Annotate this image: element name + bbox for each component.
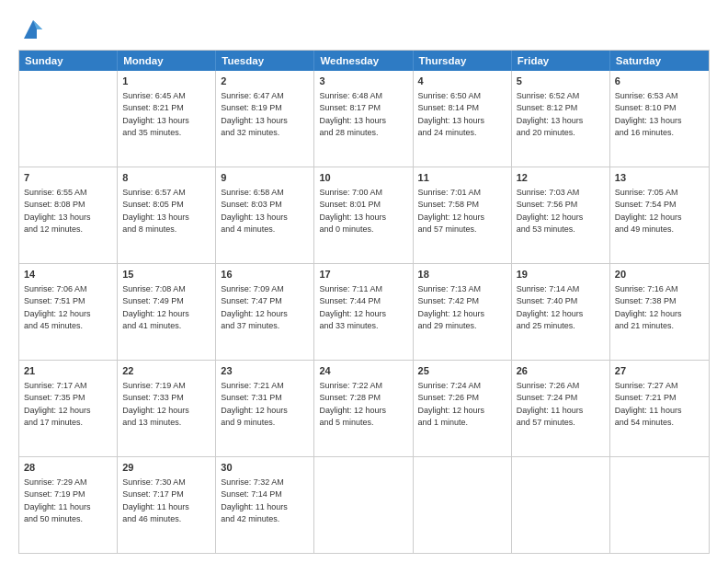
day-number: 21 (24, 364, 112, 379)
cell-info: Sunrise: 7:24 AMSunset: 7:26 PMDaylight:… (418, 380, 506, 430)
logo (18, 18, 46, 42)
day-number: 11 (418, 171, 506, 186)
cell-info: Sunrise: 7:19 AMSunset: 7:33 PMDaylight:… (122, 380, 210, 430)
calendar-body: 1Sunrise: 6:45 AMSunset: 8:21 PMDaylight… (19, 71, 709, 553)
cell-info: Sunrise: 7:32 AMSunset: 7:14 PMDaylight:… (221, 477, 309, 526)
calendar-cell: 4Sunrise: 6:50 AMSunset: 8:14 PMDaylight… (414, 71, 512, 167)
cell-info: Sunrise: 7:05 AMSunset: 7:54 PMDaylight:… (615, 187, 704, 236)
day-number: 18 (418, 268, 506, 282)
cell-info: Sunrise: 6:52 AMSunset: 8:12 PMDaylight:… (517, 90, 605, 140)
calendar-cell: 19Sunrise: 7:14 AMSunset: 7:40 PMDayligh… (512, 264, 610, 360)
calendar-cell (414, 457, 512, 553)
cell-info: Sunrise: 7:06 AMSunset: 7:51 PMDaylight:… (24, 283, 112, 333)
cell-info: Sunrise: 7:08 AMSunset: 7:49 PMDaylight:… (122, 283, 210, 333)
calendar-cell: 14Sunrise: 7:06 AMSunset: 7:51 PMDayligh… (19, 264, 118, 360)
cell-info: Sunrise: 7:09 AMSunset: 7:47 PMDaylight:… (221, 283, 309, 333)
cell-info: Sunrise: 7:14 AMSunset: 7:40 PMDaylight:… (517, 283, 605, 333)
logo-icon (20, 17, 46, 42)
day-number: 27 (615, 364, 704, 379)
calendar-cell: 10Sunrise: 7:00 AMSunset: 8:01 PMDayligh… (314, 167, 413, 263)
calendar-cell: 7Sunrise: 6:55 AMSunset: 8:08 PMDaylight… (19, 167, 118, 263)
calendar-cell: 24Sunrise: 7:22 AMSunset: 7:28 PMDayligh… (314, 361, 413, 456)
calendar-cell (314, 457, 413, 553)
page: SundayMondayTuesdayWednesdayThursdayFrid… (0, 0, 728, 563)
day-number: 19 (517, 268, 605, 282)
cell-info: Sunrise: 7:03 AMSunset: 7:56 PMDaylight:… (517, 187, 605, 236)
cell-info: Sunrise: 7:30 AMSunset: 7:17 PMDaylight:… (122, 477, 210, 526)
calendar-week: 14Sunrise: 7:06 AMSunset: 7:51 PMDayligh… (19, 264, 709, 361)
cell-info: Sunrise: 7:01 AMSunset: 7:58 PMDaylight:… (418, 187, 506, 236)
cell-info: Sunrise: 7:26 AMSunset: 7:24 PMDaylight:… (517, 380, 605, 430)
day-number: 3 (319, 75, 407, 89)
calendar-cell: 18Sunrise: 7:13 AMSunset: 7:42 PMDayligh… (414, 264, 512, 360)
day-number: 15 (122, 268, 210, 282)
day-number: 1 (122, 75, 210, 89)
day-number: 23 (221, 364, 309, 379)
calendar-week: 1Sunrise: 6:45 AMSunset: 8:21 PMDaylight… (19, 71, 709, 167)
calendar-cell (610, 457, 709, 553)
calendar-cell: 1Sunrise: 6:45 AMSunset: 8:21 PMDaylight… (118, 71, 216, 167)
calendar-cell: 15Sunrise: 7:08 AMSunset: 7:49 PMDayligh… (118, 264, 216, 360)
day-number: 24 (319, 364, 407, 379)
calendar-cell: 2Sunrise: 6:47 AMSunset: 8:19 PMDaylight… (216, 71, 314, 167)
cell-info: Sunrise: 7:27 AMSunset: 7:21 PMDaylight:… (615, 380, 704, 430)
day-number: 6 (615, 75, 704, 89)
calendar-cell (19, 71, 118, 167)
day-number: 26 (517, 364, 605, 379)
calendar-cell: 20Sunrise: 7:16 AMSunset: 7:38 PMDayligh… (610, 264, 709, 360)
cell-info: Sunrise: 7:29 AMSunset: 7:19 PMDaylight:… (24, 477, 112, 526)
day-number: 9 (221, 171, 309, 186)
day-number: 7 (24, 171, 112, 186)
calendar-cell: 28Sunrise: 7:29 AMSunset: 7:19 PMDayligh… (19, 457, 118, 553)
cell-info: Sunrise: 6:55 AMSunset: 8:08 PMDaylight:… (24, 187, 112, 236)
cell-info: Sunrise: 6:45 AMSunset: 8:21 PMDaylight:… (122, 90, 210, 140)
calendar-week: 28Sunrise: 7:29 AMSunset: 7:19 PMDayligh… (19, 457, 709, 553)
calendar-cell: 12Sunrise: 7:03 AMSunset: 7:56 PMDayligh… (512, 167, 610, 263)
day-number: 13 (615, 171, 704, 186)
cell-info: Sunrise: 7:00 AMSunset: 8:01 PMDaylight:… (319, 187, 407, 236)
day-number: 30 (221, 461, 309, 476)
day-number: 8 (122, 171, 210, 186)
calendar-cell: 26Sunrise: 7:26 AMSunset: 7:24 PMDayligh… (512, 361, 610, 456)
day-number: 4 (418, 75, 506, 89)
day-number: 12 (517, 171, 605, 186)
calendar-header-day: Monday (118, 51, 216, 71)
cell-info: Sunrise: 7:16 AMSunset: 7:38 PMDaylight:… (615, 283, 704, 333)
cell-info: Sunrise: 6:57 AMSunset: 8:05 PMDaylight:… (122, 187, 210, 236)
calendar-week: 7Sunrise: 6:55 AMSunset: 8:08 PMDaylight… (19, 167, 709, 264)
day-number: 17 (319, 268, 407, 282)
day-number: 22 (122, 364, 210, 379)
day-number: 14 (24, 268, 112, 282)
day-number: 2 (221, 75, 309, 89)
calendar-cell: 29Sunrise: 7:30 AMSunset: 7:17 PMDayligh… (118, 457, 216, 553)
calendar-header-day: Wednesday (314, 51, 413, 71)
cell-info: Sunrise: 7:17 AMSunset: 7:35 PMDaylight:… (24, 380, 112, 430)
calendar-cell (512, 457, 610, 553)
calendar-cell: 22Sunrise: 7:19 AMSunset: 7:33 PMDayligh… (118, 361, 216, 456)
cell-info: Sunrise: 6:48 AMSunset: 8:17 PMDaylight:… (319, 90, 407, 140)
day-number: 16 (221, 268, 309, 282)
calendar-header-day: Thursday (414, 51, 512, 71)
cell-info: Sunrise: 7:21 AMSunset: 7:31 PMDaylight:… (221, 380, 309, 430)
calendar-week: 21Sunrise: 7:17 AMSunset: 7:35 PMDayligh… (19, 361, 709, 457)
calendar-cell: 6Sunrise: 6:53 AMSunset: 8:10 PMDaylight… (610, 71, 709, 167)
day-number: 28 (24, 461, 112, 476)
calendar: SundayMondayTuesdayWednesdayThursdayFrid… (18, 50, 710, 554)
calendar-cell: 11Sunrise: 7:01 AMSunset: 7:58 PMDayligh… (414, 167, 512, 263)
cell-info: Sunrise: 6:53 AMSunset: 8:10 PMDaylight:… (615, 90, 704, 140)
calendar-cell: 9Sunrise: 6:58 AMSunset: 8:03 PMDaylight… (216, 167, 314, 263)
cell-info: Sunrise: 6:58 AMSunset: 8:03 PMDaylight:… (221, 187, 309, 236)
cell-info: Sunrise: 6:47 AMSunset: 8:19 PMDaylight:… (221, 90, 309, 140)
calendar-cell: 17Sunrise: 7:11 AMSunset: 7:44 PMDayligh… (314, 264, 413, 360)
day-number: 5 (517, 75, 605, 89)
calendar-cell: 16Sunrise: 7:09 AMSunset: 7:47 PMDayligh… (216, 264, 314, 360)
calendar-header-day: Tuesday (216, 51, 314, 71)
day-number: 20 (615, 268, 704, 282)
calendar-cell: 8Sunrise: 6:57 AMSunset: 8:05 PMDaylight… (118, 167, 216, 263)
calendar-header-day: Saturday (610, 51, 709, 71)
calendar-cell: 21Sunrise: 7:17 AMSunset: 7:35 PMDayligh… (19, 361, 118, 456)
calendar-header-day: Sunday (19, 51, 118, 71)
calendar-cell: 3Sunrise: 6:48 AMSunset: 8:17 PMDaylight… (314, 71, 413, 167)
calendar-cell: 13Sunrise: 7:05 AMSunset: 7:54 PMDayligh… (610, 167, 709, 263)
calendar-cell: 25Sunrise: 7:24 AMSunset: 7:26 PMDayligh… (414, 361, 512, 456)
